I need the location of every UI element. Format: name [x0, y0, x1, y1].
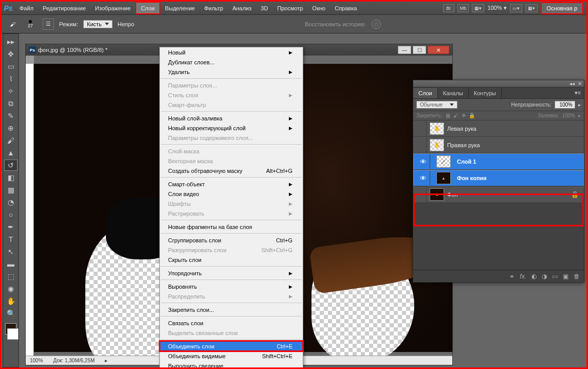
zoom-level[interactable]: 100% ▾	[487, 5, 506, 11]
history-brush-tool[interactable]: ↺	[4, 160, 17, 171]
delete-layer-icon[interactable]: 🗑	[574, 273, 580, 280]
minimize-button[interactable]: —	[398, 46, 411, 54]
link-layers-icon[interactable]: ⚭	[509, 273, 514, 280]
menu-view[interactable]: Просмотр	[272, 2, 307, 14]
blur-tool[interactable]: ◔	[4, 197, 17, 208]
new-layer-icon[interactable]: ▣	[563, 273, 568, 280]
3d-camera-tool[interactable]: ◉	[4, 283, 17, 294]
type-tool[interactable]: T	[4, 234, 17, 245]
pen-tool[interactable]: ✒	[4, 221, 17, 233]
opacity-field[interactable]: 100%	[555, 101, 575, 109]
background-color[interactable]	[7, 328, 19, 340]
tab-channels[interactable]: Каналы	[438, 88, 469, 98]
menu-item[interactable]: Закрепить слои...	[160, 305, 303, 314]
menu-item[interactable]: Объединить слоиCtrl+E	[160, 341, 303, 351]
menu-analysis[interactable]: Анализ	[228, 2, 256, 14]
panel-menu-icon[interactable]: ▾≡	[572, 87, 584, 98]
lock-position-icon[interactable]: ✥	[462, 113, 466, 118]
mask-icon[interactable]: ◐	[531, 273, 537, 280]
tab-layers[interactable]: Слои	[413, 88, 438, 98]
lock-transparency-icon[interactable]: ▦	[446, 113, 450, 118]
blend-mode-select[interactable]: Кисть	[83, 20, 113, 28]
lasso-tool[interactable]: ⌇	[4, 73, 17, 84]
menu-3d[interactable]: 3D	[256, 2, 272, 14]
hand-tool[interactable]: ✋	[4, 295, 17, 307]
fx-icon[interactable]: fx.	[520, 273, 526, 280]
dodge-tool[interactable]: ○	[4, 209, 17, 220]
lock-pixels-icon[interactable]: 🖌	[453, 113, 458, 118]
close-button[interactable]: ✕	[428, 46, 449, 54]
tab-paths[interactable]: Контуры	[469, 88, 502, 98]
menu-item[interactable]: Новый▶	[160, 47, 303, 57]
tool-preset-icon[interactable]: 🖌	[7, 19, 18, 30]
collapse-icon[interactable]: ▸▸	[4, 36, 17, 47]
panel-close-icon[interactable]: ✕	[578, 81, 582, 86]
fill-field[interactable]: 100%	[562, 113, 575, 118]
layer-row[interactable]: 👁／Слой 1	[413, 153, 584, 170]
menu-item[interactable]: Новые фрагменты на базе слоя	[160, 222, 303, 232]
zoom-tool[interactable]: 🔍	[4, 308, 17, 319]
menu-item[interactable]: Создать обтравочную маскуAlt+Ctrl+G	[160, 166, 303, 175]
brush-preset[interactable]: 27	[23, 19, 38, 29]
menu-select[interactable]: Выделение	[160, 2, 199, 14]
menu-window[interactable]: Окно	[308, 2, 330, 14]
menu-item[interactable]: Объединить видимыеShift+Ctrl+E	[160, 351, 303, 361]
menu-item[interactable]: Упорядочить▶	[160, 268, 303, 278]
adjustment-icon[interactable]: ◑	[542, 273, 547, 280]
menu-file[interactable]: Файл	[15, 2, 38, 14]
menu-item[interactable]: Связать слои	[160, 318, 303, 328]
menu-filter[interactable]: Фильтр	[199, 2, 228, 14]
extras-button[interactable]: ▦▾	[525, 4, 538, 12]
menu-item[interactable]: Смарт-объект▶	[160, 179, 303, 189]
menu-item[interactable]: Выровнять▶	[160, 282, 303, 291]
path-tool[interactable]: ↖	[4, 246, 17, 257]
arrange-button[interactable]: ▭▾	[510, 4, 522, 12]
workspace-switcher[interactable]: Основная р	[541, 2, 583, 14]
menu-item[interactable]: Сгруппировать слоиCtrl+G	[160, 235, 303, 245]
wand-tool[interactable]: ✧	[4, 85, 17, 97]
menu-item[interactable]: Новый слой-заливка▶	[160, 113, 303, 123]
menu-item[interactable]: Удалить▶	[160, 67, 303, 77]
target-icon[interactable]	[372, 20, 381, 29]
layer-row[interactable]: ✋Правая рука	[413, 137, 584, 153]
menu-item[interactable]: Новый корректирующий слой▶	[160, 123, 303, 133]
eyedropper-tool[interactable]: ✎	[4, 110, 17, 121]
heal-tool[interactable]: ⊕	[4, 122, 17, 134]
panel-collapse-icon[interactable]: ◂◂	[569, 81, 575, 86]
brush-tool[interactable]: 🖌	[4, 135, 17, 146]
crop-tool[interactable]: ⧉	[4, 98, 17, 109]
status-zoom[interactable]: 100%	[30, 358, 43, 363]
visibility-toggle[interactable]: 👁	[417, 171, 430, 185]
mb-button[interactable]: Mb	[457, 4, 469, 12]
3d-tool[interactable]: ⬚	[4, 271, 17, 282]
move-tool[interactable]: ✥	[4, 48, 17, 60]
menu-edit[interactable]: Редактирование	[38, 2, 90, 14]
brush-panel-toggle[interactable]: ☰	[43, 19, 54, 30]
status-docsize[interactable]: Док: 1,30M/6,25M	[53, 358, 95, 363]
visibility-toggle[interactable]	[413, 186, 427, 202]
menu-item[interactable]: Скрыть слои	[160, 255, 303, 265]
menu-help[interactable]: Справка	[330, 2, 361, 14]
screen-mode-button[interactable]: ▦▾	[472, 4, 484, 12]
stamp-tool[interactable]: ▲	[4, 147, 17, 159]
shape-tool[interactable]: ▬	[4, 258, 17, 270]
visibility-toggle[interactable]	[413, 137, 427, 153]
menu-layers[interactable]: Слои	[135, 2, 160, 14]
menu-item[interactable]: Дубликат слоев...	[160, 57, 303, 67]
eraser-tool[interactable]: ◧	[4, 172, 17, 183]
layer-row[interactable]: ✋Левая рука	[413, 120, 584, 137]
maximize-button[interactable]: ☐	[413, 46, 426, 54]
visibility-toggle[interactable]	[413, 120, 427, 136]
gradient-tool[interactable]: ▦	[4, 184, 17, 196]
layer-row[interactable]: 👁▲Фон копия	[413, 170, 584, 186]
menu-item[interactable]: Выполнить сведение	[160, 361, 303, 369]
menu-image[interactable]: Изображение	[90, 2, 135, 14]
menu-item[interactable]: Слои видео▶	[160, 189, 303, 199]
visibility-toggle[interactable]: 👁	[417, 154, 430, 169]
lock-all-icon[interactable]: 🔒	[469, 113, 475, 118]
bridge-button[interactable]: Br	[443, 4, 454, 12]
marquee-tool[interactable]: ▭	[4, 61, 17, 72]
group-icon[interactable]: ▭	[552, 273, 558, 280]
layer-row[interactable]: ▲Фон🔒	[413, 186, 584, 203]
blend-mode-select[interactable]: Обычные	[416, 101, 457, 109]
